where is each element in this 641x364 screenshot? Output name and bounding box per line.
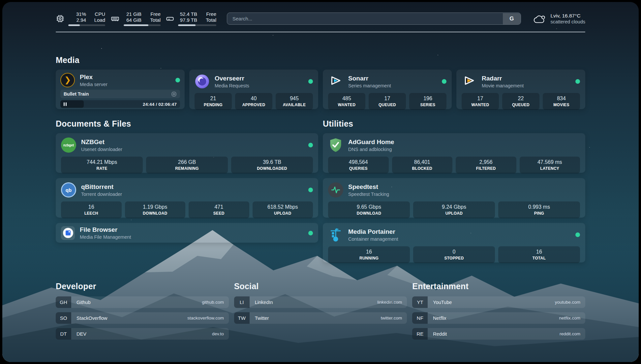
status-online-dot xyxy=(442,79,446,84)
bookmark-url: github.com xyxy=(202,300,224,305)
service-card-sonarr[interactable]: Sonarr Series management 485 WANTED 17 Q… xyxy=(323,70,452,109)
bookmark-linkedin[interactable]: LI LinkedIn linkedin.com xyxy=(234,296,407,308)
bookmarks-developer: Developer GH Github github.com SO StackO… xyxy=(56,282,229,340)
bookmark-abbr: GH xyxy=(56,296,71,308)
section-title-documents-files: Documents & Files xyxy=(56,119,318,129)
bookmarks-social: Social LI LinkedIn linkedin.com TW Twitt… xyxy=(234,282,407,340)
stat-movies: 834 MOVIES xyxy=(543,93,580,110)
disk-free-value: 52.4 TB xyxy=(180,11,197,17)
bookmark-url: stackoverflow.com xyxy=(187,316,224,320)
stat-ping: 0.993 ms PING xyxy=(498,201,580,218)
stat-download: 9.65 Gbps DOWNLOAD xyxy=(328,201,410,218)
status-online-dot xyxy=(575,232,580,237)
bookmark-url: linkedin.com xyxy=(377,300,402,305)
bookmark-reddit[interactable]: RE Reddit reddit.com xyxy=(412,328,585,340)
bookmark-abbr: RE xyxy=(412,328,428,340)
sonarr-icon xyxy=(328,74,343,89)
section-title-media: Media xyxy=(56,55,585,65)
bookmark-url: netflix.com xyxy=(559,316,580,320)
stat-queries: 498,564 QUERIES xyxy=(328,157,389,173)
stat-filtered: 2,956 FILTERED xyxy=(456,157,516,173)
status-online-dot xyxy=(308,143,313,147)
memory-icon xyxy=(110,14,120,23)
search-input[interactable] xyxy=(227,13,521,25)
service-subtitle: Movie management xyxy=(482,83,524,89)
pause-icon[interactable] xyxy=(64,102,67,106)
system-stats: 31% 2.94 CPU Load xyxy=(56,11,216,26)
service-title: Speedtest xyxy=(348,183,389,191)
bookmark-abbr: LI xyxy=(234,296,250,308)
service-subtitle: Media server xyxy=(80,81,107,87)
radarr-icon xyxy=(462,74,477,89)
service-card-nzbget[interactable]: nzbget NZBGet Usenet downloader 744.21 M… xyxy=(56,133,318,173)
cloud-icon xyxy=(533,13,546,24)
bookmark-github[interactable]: GH Github github.com xyxy=(56,296,229,308)
stat-approved: 40 APPROVED xyxy=(235,93,272,110)
cpu-usage-value: 31% xyxy=(76,11,86,17)
disk-icon xyxy=(166,14,174,23)
service-card-overseerr[interactable]: Overseerr Media Requests 21 PENDING 40 A… xyxy=(189,70,318,109)
bookmark-url: reddit.com xyxy=(560,331,580,336)
bookmark-url: youtube.com xyxy=(555,300,580,305)
bookmark-stackoverflow[interactable]: SO StackOverflow stackoverflow.com xyxy=(56,312,229,324)
service-card-portainer[interactable]: Media Portainer Container management 16 … xyxy=(323,223,585,262)
disk-free-label: Free xyxy=(206,11,216,17)
service-title: Plex xyxy=(80,73,107,81)
service-subtitle: Media Requests xyxy=(215,83,249,89)
bookmark-label: Twitter xyxy=(255,316,269,321)
bookmark-abbr: YT xyxy=(412,296,428,308)
bookmark-abbr: SO xyxy=(56,312,71,324)
stat-wanted: 485 WANTED xyxy=(328,93,365,110)
disk-total-value: 97.9 TB xyxy=(180,17,197,23)
section-title-developer: Developer xyxy=(56,282,229,291)
service-card-radarr[interactable]: Radarr Movie management 17 WANTED 22 QUE… xyxy=(456,70,585,109)
stat-leech: 16 LEECH xyxy=(61,201,122,218)
service-title: AdGuard Home xyxy=(348,138,394,146)
filebrowser-icon xyxy=(61,226,75,240)
status-online-dot xyxy=(308,231,313,235)
service-card-qbittorrent[interactable]: qb qBittorrent Torrent downloader 16 xyxy=(56,178,318,218)
memory-progress-bar xyxy=(124,24,161,26)
weather-location-temp: Lviv, 16.87°C xyxy=(550,13,585,19)
weather-widget[interactable]: Lviv, 16.87°C scattered clouds xyxy=(533,13,585,25)
service-subtitle: Container management xyxy=(348,236,398,242)
service-subtitle: Torrent downloader xyxy=(81,191,122,197)
playback-progress-bar[interactable]: 24:44 / 02:06:47 xyxy=(60,100,180,108)
bookmark-label: LinkedIn xyxy=(255,300,273,305)
service-subtitle: Speedtest Tracking xyxy=(348,191,389,197)
stat-queued: 22 QUEUED xyxy=(502,93,539,110)
memory-total-value: 64 GiB xyxy=(126,17,141,23)
bookmark-url: twitter.com xyxy=(381,316,402,320)
service-card-speedtest[interactable]: Speedtest Speedtest Tracking 9.65 Gbps D… xyxy=(323,178,585,218)
topbar-divider xyxy=(56,32,585,32)
memory-total-label: Total xyxy=(150,17,161,23)
memory-stat: 21 GiB 64 GiB Free Total xyxy=(110,11,161,26)
bookmark-twitter[interactable]: TW Twitter twitter.com xyxy=(234,312,407,324)
service-subtitle: Media File Management xyxy=(80,234,131,240)
service-card-plex[interactable]: ❯ Plex Media server Bullet Train xyxy=(56,70,185,109)
stat-pending: 21 PENDING xyxy=(195,93,232,110)
now-playing-title: Bullet Train xyxy=(64,91,89,97)
status-online-dot xyxy=(308,188,313,192)
disk-progress-bar xyxy=(178,24,216,26)
service-title: Sonarr xyxy=(348,75,391,82)
bookmark-netflix[interactable]: NF Netflix netflix.com xyxy=(412,312,585,324)
memory-free-label: Free xyxy=(150,11,161,17)
bookmark-dev[interactable]: DT DEV dev.to xyxy=(56,328,229,340)
documents-files-column: Documents & Files nzbget NZBGet Usenet d… xyxy=(56,119,318,262)
service-card-adguard[interactable]: AdGuard Home DNS and adblocking 498,564 … xyxy=(323,133,585,173)
service-card-filebrowser[interactable]: File Browser Media File Management xyxy=(56,223,318,243)
playback-time: 24:44 / 02:06:47 xyxy=(143,102,177,106)
bookmark-url: dev.to xyxy=(212,331,224,336)
bookmark-label: Reddit xyxy=(433,331,447,337)
cpu-stat: 31% 2.94 CPU Load xyxy=(56,11,105,26)
cpu-progress-bar xyxy=(68,24,105,26)
bookmark-label: Netflix xyxy=(433,316,446,321)
search-provider-button[interactable]: G xyxy=(503,13,521,24)
service-subtitle: Usenet downloader xyxy=(81,146,122,152)
cpu-load-label: Load xyxy=(94,17,105,23)
bookmark-label: Github xyxy=(76,300,91,305)
stat-rate: 744.21 Mbps RATE xyxy=(61,157,143,173)
stat-seed: 471 SEED xyxy=(189,201,249,218)
bookmark-youtube[interactable]: YT YouTube youtube.com xyxy=(412,296,585,308)
